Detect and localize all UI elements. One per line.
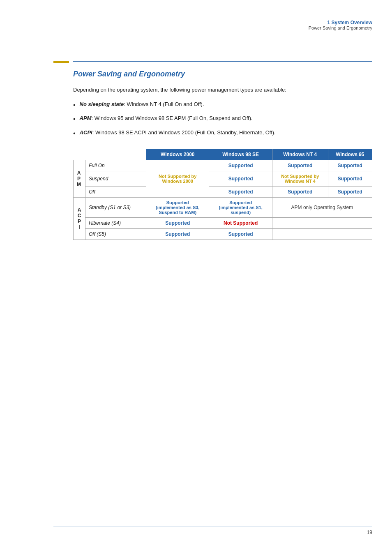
chapter-ref: 1 System Overview	[309, 20, 372, 25]
bullet-term-2: APM	[80, 115, 92, 121]
page-header: 1 System Overview Power Saving and Ergon…	[309, 20, 372, 30]
bullet-term-3: ACPI	[80, 129, 92, 136]
cell-off-win98se: Supported	[209, 186, 272, 197]
bottom-rule	[53, 527, 372, 527]
cell-hibernate-win2000: Supported	[146, 217, 209, 228]
row-label-standby: Standby (S1 or S3)	[85, 197, 146, 217]
cell-suspend-win95: Supported	[328, 171, 372, 186]
table-row: ACPI Standby (S1 or S3) Supported(implem…	[74, 197, 372, 217]
table-row: Hibernate (S4) Supported Not Supported	[74, 217, 372, 228]
section-title: Power Saving and Ergonometry	[73, 70, 372, 78]
col-header-winnt4: Windows NT 4	[272, 149, 328, 160]
table-row: APM Full On Not Supported byWindows 2000…	[74, 160, 372, 171]
cell-offs5-win98se: Supported	[209, 228, 272, 240]
decorative-bar	[53, 61, 69, 63]
cell-offs5-win2000: Supported	[146, 228, 209, 240]
bullet-rest-3: : Windows 98 SE ACPI and Windows 2000 (F…	[92, 129, 276, 136]
list-item: APM: Windows 95 and Windows 98 SE APM (F…	[73, 114, 372, 124]
bullet-rest-1: : Windows NT 4 (Full On and Off).	[124, 101, 204, 107]
list-item: ACPI: Windows 98 SE ACPI and Windows 200…	[73, 129, 372, 139]
col-header-win2000: Windows 2000	[146, 149, 209, 160]
cell-full-on-win98se: Supported	[209, 160, 272, 171]
table-row: Off (S5) Supported Supported	[74, 228, 372, 240]
cell-hibernate-apm	[272, 217, 372, 228]
intro-text: Depending on the operating system, the f…	[73, 86, 372, 94]
cell-full-on-winnt4: Supported	[272, 160, 328, 171]
cell-suspend-winnt4: Not Supported byWindows NT 4	[272, 171, 328, 186]
list-item: No sleeping state: Windows NT 4 (Full On…	[73, 100, 372, 111]
cell-standby-win2000: Supported(implemented as S3,Suspend to R…	[146, 197, 209, 217]
page-number: 19	[367, 530, 372, 535]
table-row: Suspend Supported Not Supported byWindow…	[74, 171, 372, 186]
row-label-suspend: Suspend	[85, 171, 146, 186]
cell-suspend-win98se: Supported	[209, 171, 272, 186]
sub-ref: Power Saving and Ergonometry	[309, 25, 372, 30]
cell-offs5-apm	[272, 228, 372, 240]
cell-apm-win2000-shared: Not Supported byWindows 2000	[146, 160, 209, 197]
power-table: Windows 2000 Windows 98 SE Windows NT 4 …	[73, 149, 372, 240]
group-label-apm: APM	[74, 160, 85, 197]
page-container: 1 System Overview Power Saving and Ergon…	[0, 0, 392, 555]
cell-off-win95: Supported	[328, 186, 372, 197]
row-label-full-on: Full On	[85, 160, 146, 171]
col-header-win98se: Windows 98 SE	[209, 149, 272, 160]
group-label-acpi: ACPI	[74, 197, 85, 240]
bullet-list: No sleeping state: Windows NT 4 (Full On…	[73, 100, 372, 139]
row-label-off-apm: Off	[85, 186, 146, 197]
bullet-rest-2: : Windows 95 and Windows 98 SE APM (Full…	[92, 115, 253, 121]
bullet-term-1: No sleeping state	[80, 101, 124, 107]
row-label-hibernate: Hibernate (S4)	[85, 217, 146, 228]
cell-hibernate-win98se: Not Supported	[209, 217, 272, 228]
col-header-win95: Windows 95	[328, 149, 372, 160]
top-rule	[73, 61, 372, 62]
row-label-off-s5: Off (S5)	[85, 228, 146, 240]
cell-full-on-win95: Supported	[328, 160, 372, 171]
cell-off-winnt4: Supported	[272, 186, 328, 197]
table-row: Off Supported Supported Supported	[74, 186, 372, 197]
main-content: Power Saving and Ergonometry Depending o…	[73, 70, 372, 240]
cell-standby-win98se: Supported(implemented as S1,suspend)	[209, 197, 272, 217]
cell-apm-only: APM only Operating System	[272, 197, 372, 217]
